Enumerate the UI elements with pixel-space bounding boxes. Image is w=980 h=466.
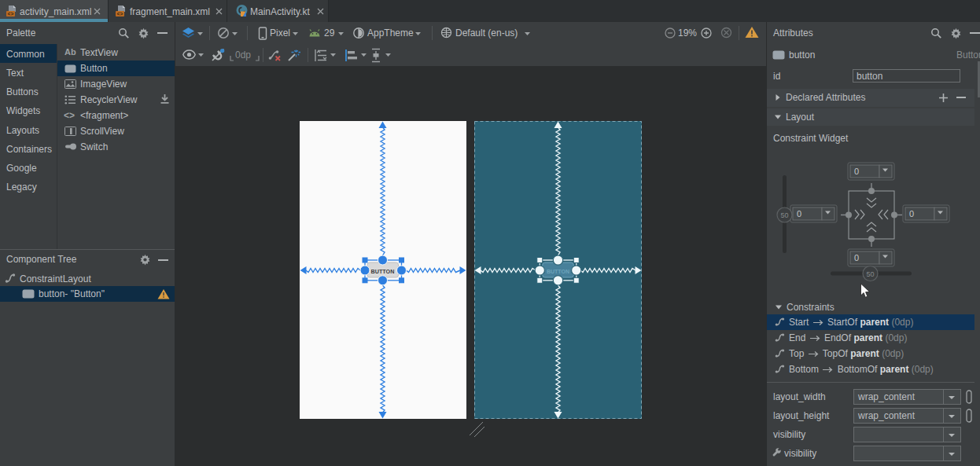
svg-text:0: 0 (797, 209, 801, 218)
svg-text:0: 0 (854, 253, 859, 262)
svg-text:<>: <> (117, 12, 123, 17)
svg-text:0: 0 (909, 209, 914, 218)
svg-text:BUTTON: BUTTON (547, 269, 569, 274)
svg-text:50: 50 (866, 270, 874, 278)
svg-text:0: 0 (854, 167, 859, 176)
svg-text:BUTTON: BUTTON (371, 268, 395, 275)
svg-text:50: 50 (780, 211, 788, 219)
svg-text:<>: <> (8, 12, 14, 17)
